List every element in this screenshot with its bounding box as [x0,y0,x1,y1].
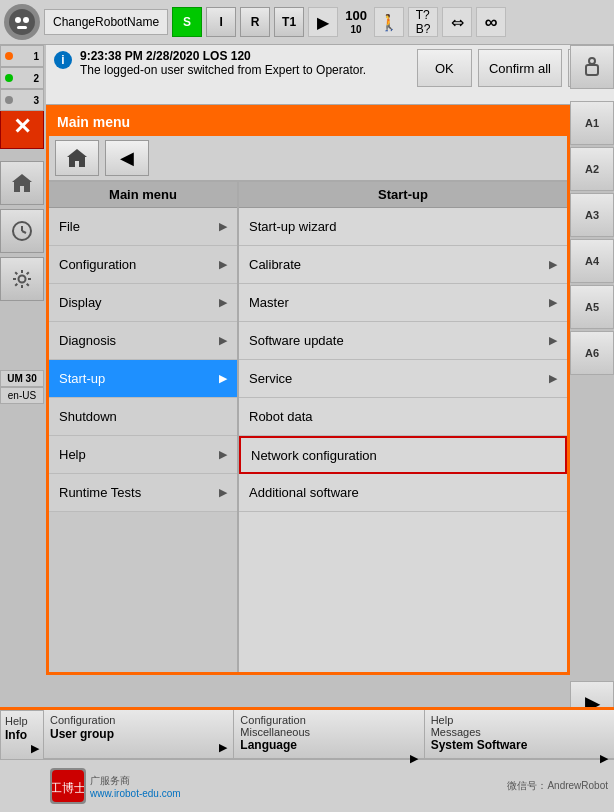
right-btn-a2[interactable]: A2 [570,147,614,191]
svg-rect-10 [586,65,598,75]
menu-area: ◀ Main menu File ▶ Configuration ▶ Displ… [49,136,567,672]
menu-item-configuration[interactable]: Configuration ▶ [49,246,237,284]
menu-item-shutdown[interactable]: Shutdown [49,398,237,436]
right-col-header: Start-up [239,182,567,208]
sub-text: 广服务商 [90,774,503,788]
sys-label-bold: System Software [431,738,528,752]
en-label: en-US [0,387,44,404]
svg-marker-9 [67,149,87,167]
robot-logo [4,4,40,40]
speed-display: 100 10 [342,9,370,34]
right-btn-a3[interactable]: A3 [570,193,614,237]
menu-item-runtime-tests[interactable]: Runtime Tests ▶ [49,474,237,512]
menu-left-column: Main menu File ▶ Configuration ▶ Display… [49,182,239,672]
svg-point-0 [9,9,35,35]
right-item-robot-data[interactable]: Robot data [239,398,567,436]
svg-point-11 [589,58,595,64]
lang-label-mid: Miscellaneous [240,726,310,738]
notification-bar: i 9:23:38 PM 2/28/2020 LOS 120 The logge… [46,45,614,105]
notification-timestamp: 9:23:38 PM 2/28/2020 LOS 120 [80,49,409,63]
btn-t1[interactable]: T1 [274,7,304,37]
main-content: Main menu ◀ Main menu File ▶ Configurati… [46,105,570,675]
top-bar: ChangeRobotName S I R T1 ▶ 100 10 🚶 T?B?… [0,0,614,45]
right-btn-a5[interactable]: A5 [570,285,614,329]
ok-button[interactable]: OK [417,49,472,87]
indicator-1: 1 [0,45,44,67]
main-menu-title: Main menu [49,108,567,136]
bottom-text: 广服务商 www.irobot-edu.com [90,774,503,799]
bottom-help-label-top: Help [5,715,28,727]
right-item-network-configuration[interactable]: Network configuration [239,436,567,474]
infinity-icon[interactable]: ∞ [476,7,506,37]
svg-line-7 [22,231,26,233]
menu-item-display[interactable]: Display ▶ [49,284,237,322]
url-text: www.irobot-edu.com [90,788,503,799]
menu-right-column: Start-up Start-up wizard Calibrate ▶ Mas… [239,182,567,672]
svg-point-1 [15,17,21,23]
lang-label-top: Configuration [240,714,305,726]
right-robot-icon[interactable] [570,45,614,89]
left-col-header: Main menu [49,182,237,208]
notification-message: The logged-on user switched from Expert … [80,63,409,77]
bottom-logo-row: 工博士 广服务商 www.irobot-edu.com 微信号：AndrewRo… [44,760,614,812]
bottom-func-row: Configuration User group ▶ Configuration… [44,710,614,760]
dot-3 [5,96,13,104]
menu-item-diagnosis[interactable]: Diagnosis ▶ [49,322,237,360]
walk-icon[interactable]: 🚶 [374,7,404,37]
sys-label-mid: Messages [431,726,481,738]
notification-icon: i [54,51,72,69]
right-item-master[interactable]: Master ▶ [239,284,567,322]
sys-label-top: Help [431,714,454,726]
nav-bar: ◀ [49,136,567,182]
menu-item-help[interactable]: Help ▶ [49,436,237,474]
right-btn-a6[interactable]: A6 [570,331,614,375]
btn-s[interactable]: S [172,7,202,37]
bottom-help-system-button[interactable]: Help Messages System Software ▶ [425,710,614,758]
config-label-bold: User group [50,727,114,741]
clock-button[interactable] [0,209,44,253]
right-side-buttons: A1 A2 A3 A4 A5 A6 ▶ [568,45,614,725]
play-icon[interactable]: ▶ [308,7,338,37]
right-btn-a1[interactable]: A1 [570,101,614,145]
close-button[interactable]: ✕ [0,105,44,149]
nav-home-button[interactable] [55,140,99,176]
arrows-icon[interactable]: ⇔ [442,7,472,37]
svg-rect-3 [17,26,27,29]
nav-back-button[interactable]: ◀ [105,140,149,176]
left-side-indicators: 1 2 3 [0,45,46,111]
settings-button[interactable] [0,257,44,301]
right-item-startup-wizard[interactable]: Start-up wizard [239,208,567,246]
bottom-help-label-bold: Info [5,728,27,742]
btn-r[interactable]: R [240,7,270,37]
menu-item-file[interactable]: File ▶ [49,208,237,246]
menu-item-startup[interactable]: Start-up ▶ [49,360,237,398]
lang-label-bold: Language [240,738,297,752]
bottom-config-usergroup-button[interactable]: Configuration User group ▶ [44,710,234,758]
company-logo: 工博士 [50,768,86,804]
btn-i[interactable]: I [206,7,236,37]
indicator-2: 2 [0,67,44,89]
indicator-3: 3 [0,89,44,111]
robot-name-button[interactable]: ChangeRobotName [44,9,168,35]
bottom-config-language-button[interactable]: Configuration Miscellaneous Language ▶ [234,710,424,758]
config-label-top: Configuration [50,714,115,726]
right-item-calibrate[interactable]: Calibrate ▶ [239,246,567,284]
bottom-help-button[interactable]: Help Info ▶ [0,710,44,760]
left-labels: UM 30 en-US [0,370,44,404]
home-button[interactable] [0,161,44,205]
notification-text: 9:23:38 PM 2/28/2020 LOS 120 The logged-… [80,49,409,77]
bottom-area: Help Info ▶ Configuration User group ▶ C… [0,707,614,812]
right-item-service[interactable]: Service ▶ [239,360,567,398]
left-function-buttons: ✕ [0,105,44,303]
right-item-software-update[interactable]: Software update ▶ [239,322,567,360]
svg-point-2 [23,17,29,23]
right-btn-a4[interactable]: A4 [570,239,614,283]
svg-marker-4 [12,174,32,192]
um-label: UM 30 [0,370,44,387]
dot-2 [5,74,13,82]
right-item-additional-software[interactable]: Additional software [239,474,567,512]
confirm-all-button[interactable]: Confirm all [478,49,562,87]
svg-point-8 [19,276,26,283]
question-icon[interactable]: T?B? [408,7,438,37]
svg-text:工博士: 工博士 [52,781,84,795]
